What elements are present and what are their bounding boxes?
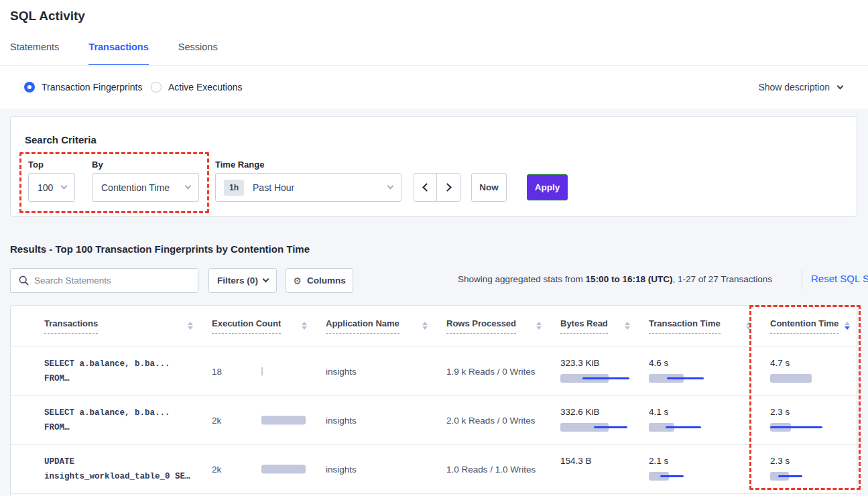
cell-transaction-fingerprint[interactable]: SELECT a.balance, b.ba... FROM…	[35, 396, 202, 444]
radio-transaction-fingerprints[interactable]: Transaction Fingerprints	[24, 66, 142, 109]
show-description-toggle[interactable]: Show description	[758, 66, 843, 109]
top-label: Top	[28, 160, 44, 170]
search-criteria-card: Search Criteria Top 100 By Contention Ti…	[10, 116, 857, 216]
table-row[interactable]: UPDATE insights_workload_table_0 SE… 2k …	[11, 445, 857, 494]
cell-rows-processed: 2.0 k Reads / 0 Writes	[437, 396, 551, 444]
transaction-time-bar	[649, 423, 761, 432]
cell-rows-processed: 1.9 k Reads / 0 Writes	[437, 347, 551, 395]
column-header-contention-time[interactable]: Contention Time	[761, 306, 857, 347]
bytes-read-bar	[560, 374, 639, 383]
search-criteria-heading: Search Criteria	[25, 134, 97, 145]
cell-bytes-read: 323.3 KiB	[551, 347, 639, 395]
chevron-down-icon	[387, 183, 394, 190]
transaction-time-bar	[649, 472, 761, 481]
search-statements-input[interactable]	[34, 275, 198, 286]
cell-contention-time: 2.3 s	[761, 396, 857, 444]
search-statements-box	[10, 268, 198, 293]
table-row[interactable]: SELECT a.balance, b.ba... FROM… 2k insig…	[11, 396, 857, 445]
by-label: By	[92, 160, 103, 170]
chevron-down-icon	[837, 82, 844, 89]
time-range-select[interactable]: 1h Past Hour	[215, 173, 401, 202]
aggregated-stats-text: Showing aggregated stats from 15:00 to 1…	[458, 274, 772, 284]
cell-execution-count: 2k	[202, 445, 316, 493]
chevron-down-icon	[262, 276, 269, 283]
cell-transaction-fingerprint[interactable]: SELECT a.balance, b.ba... FROM…	[35, 347, 202, 395]
cell-application-name: insights	[316, 445, 437, 493]
search-icon	[19, 275, 29, 286]
stats-divider	[802, 269, 802, 290]
columns-button[interactable]: ⚙ Columns	[286, 268, 353, 293]
execution-count-bar	[261, 465, 308, 474]
tab-statements[interactable]: Statements	[10, 42, 59, 66]
cell-execution-count: 2k	[202, 396, 316, 444]
column-header-bytes-read[interactable]: Bytes Read	[551, 306, 639, 347]
reset-sql-stats-link[interactable]: Reset SQL Stats	[811, 273, 868, 284]
time-range-arrows	[414, 173, 460, 202]
time-range-badge: 1h	[224, 180, 244, 196]
cell-transaction-fingerprint[interactable]: UPDATE insights_workload_table_0 SE…	[35, 445, 202, 493]
transaction-time-bar	[649, 374, 761, 383]
cell-contention-time: 4.7 s	[761, 347, 857, 395]
contention-time-bar	[770, 423, 857, 432]
show-description-label: Show description	[758, 82, 830, 92]
tab-bar: Statements Transactions Sessions	[10, 42, 218, 66]
radio-label: Transaction Fingerprints	[42, 82, 142, 92]
column-header-transactions[interactable]: Transactions	[35, 306, 202, 347]
column-header-rows-processed[interactable]: Rows Processed	[437, 306, 551, 347]
time-range-prev-button[interactable]	[414, 174, 437, 201]
cell-execution-count: 18	[202, 347, 316, 395]
apply-button[interactable]: Apply	[527, 174, 568, 200]
contention-time-bar	[770, 374, 857, 383]
tab-sessions[interactable]: Sessions	[178, 42, 218, 66]
radio-active-executions[interactable]: Active Executions	[151, 66, 243, 109]
sort-icon-active-desc[interactable]	[845, 322, 850, 330]
sort-icon[interactable]	[188, 322, 193, 330]
results-heading: Results - Top 100 Transaction Fingerprin…	[10, 243, 310, 255]
by-select[interactable]: Contention Time	[92, 173, 199, 202]
filters-button[interactable]: Filters (0)	[208, 268, 277, 293]
cell-bytes-read: 154.3 B	[551, 445, 639, 493]
now-button[interactable]: Now	[471, 173, 507, 202]
sort-icon[interactable]	[302, 322, 307, 330]
column-header-transaction-time[interactable]: Transaction Time	[639, 306, 761, 347]
execution-count-bar	[261, 416, 308, 425]
top-select[interactable]: 100	[28, 173, 75, 202]
contention-time-bar	[770, 472, 857, 481]
top-select-value: 100	[29, 182, 53, 193]
chevron-left-icon	[422, 183, 431, 192]
cell-contention-time: 2.3 s	[761, 445, 857, 493]
columns-label: Columns	[307, 275, 346, 286]
table-header-row: Transactions Execution Count Application…	[11, 306, 857, 347]
sort-icon[interactable]	[746, 322, 751, 330]
cell-application-name: insights	[316, 347, 437, 395]
table-row[interactable]: SELECT a.balance, b.ba... FROM… 18 insig…	[11, 347, 857, 396]
execution-count-bar	[261, 367, 308, 376]
time-range-label: Time Range	[215, 160, 264, 170]
cell-transaction-time: 2.1 s	[639, 445, 761, 493]
page-title: SQL Activity	[10, 9, 85, 23]
radio-label: Active Executions	[168, 82, 243, 92]
sort-icon[interactable]	[422, 322, 428, 330]
column-header-execution-count[interactable]: Execution Count	[202, 306, 316, 347]
cell-transaction-time: 4.6 s	[639, 347, 761, 395]
cell-bytes-read: 332.6 KiB	[551, 396, 639, 444]
transactions-table: Transactions Execution Count Application…	[10, 305, 857, 496]
sort-icon[interactable]	[625, 322, 630, 330]
gear-icon: ⚙	[293, 275, 302, 286]
column-header-application-name[interactable]: Application Name	[316, 306, 437, 347]
sql-activity-page: SQL Activity Statements Transactions Ses…	[0, 0, 868, 496]
cell-transaction-time: 4.1 s	[639, 396, 761, 444]
radio-selected-icon[interactable]	[24, 82, 35, 92]
tab-transactions[interactable]: Transactions	[88, 42, 148, 66]
time-range-next-button[interactable]	[437, 174, 460, 201]
by-select-value: Contention Time	[92, 182, 170, 193]
cell-rows-processed: 1.0 Reads / 1.0 Writes	[437, 445, 551, 493]
radio-unselected-icon[interactable]	[151, 82, 162, 92]
bytes-read-bar	[560, 423, 639, 432]
chevron-right-icon	[443, 183, 452, 192]
view-toggle-bar: Transaction Fingerprints Active Executio…	[0, 66, 868, 109]
chevron-down-icon	[61, 183, 68, 190]
cell-application-name: insights	[316, 396, 437, 444]
time-range-value: Past Hour	[253, 182, 294, 193]
sort-icon[interactable]	[536, 322, 542, 330]
